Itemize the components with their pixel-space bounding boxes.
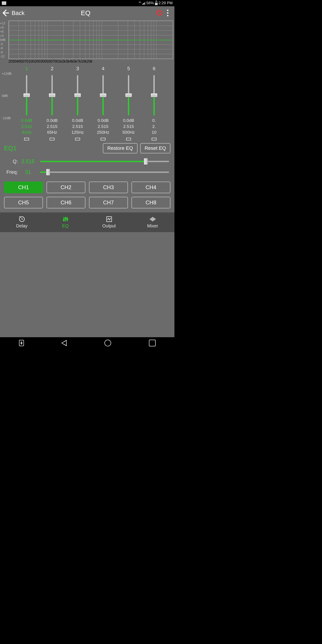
eq-band-3[interactable]: 3 0.0dB2.515125Hz (65, 66, 90, 140)
fader-thumb[interactable] (23, 93, 30, 97)
freq-slider[interactable] (40, 172, 169, 173)
nav-back-icon[interactable] (62, 340, 67, 346)
fader-thumb[interactable] (49, 93, 56, 97)
x-tick: 5k (73, 60, 77, 63)
band-values: 0.0dB2.515125Hz (72, 118, 84, 136)
eq-curve-line (9, 40, 173, 40)
y-tick: +12 (0, 22, 8, 25)
page-title: EQ (16, 9, 156, 17)
band-fader[interactable] (52, 75, 53, 116)
arrow-left-icon (2, 10, 8, 16)
band-number: 4 (102, 66, 104, 72)
power-button[interactable] (156, 9, 163, 17)
y-tick: -6 (0, 46, 8, 50)
topbar: Back EQ (0, 6, 174, 20)
battery-percent: 56% (146, 1, 154, 5)
band-fader[interactable] (102, 75, 104, 116)
android-navbar (0, 337, 174, 349)
tab-output[interactable]: Output (87, 212, 131, 232)
channel-button-ch3[interactable]: CH3 (89, 182, 128, 193)
band-number: 1 (25, 66, 28, 72)
x-tick: 200 (34, 60, 40, 63)
overflow-menu-button[interactable] (163, 8, 172, 18)
channel-button-ch1[interactable]: CH1 (4, 182, 43, 193)
y-tick: +9 (0, 26, 8, 29)
nav-recent-apps-icon[interactable] (19, 340, 24, 346)
fader-thumb[interactable] (100, 93, 106, 97)
q-label: Q: (5, 158, 18, 164)
channel-button-ch5[interactable]: CH5 (4, 197, 43, 208)
dots-icon (167, 10, 168, 11)
q-slider[interactable] (40, 161, 169, 162)
x-tick: 7k (77, 60, 81, 63)
svg-rect-10 (152, 218, 152, 221)
band-fader[interactable] (77, 75, 78, 116)
channel-button-ch6[interactable]: CH6 (46, 197, 86, 208)
nav-overview-icon[interactable] (149, 340, 156, 346)
band-values: 0.0dB2.51531Hz (21, 118, 32, 136)
q-value: 2.515 (20, 158, 36, 164)
band-values: 0.0dB2.515250Hz (97, 118, 109, 136)
svg-rect-13 (154, 218, 155, 220)
eq-band-5[interactable]: 5 0.0dB2.515500Hz (116, 66, 141, 140)
band-type-toggle[interactable] (75, 138, 80, 140)
eq-bands: +12dB 0dB -12dB 1 0.0dB2.51531Hz 2 0.0dB… (0, 64, 174, 140)
network-type: 3G (139, 1, 141, 3)
band-values: 0.0dB2.51565Hz (46, 118, 58, 136)
eq-graph: +12+9+6+30dB-3-6-9-12 (0, 20, 174, 59)
fader-thumb[interactable] (125, 93, 132, 97)
tab-eq[interactable]: EQ (44, 212, 87, 232)
band-type-toggle[interactable] (24, 138, 29, 140)
channel-button-ch4[interactable]: CH4 (132, 182, 170, 193)
channel-grid: CH1CH2CH3CH4CH5CH6CH7CH8 (0, 178, 174, 212)
eq-band-4[interactable]: 4 0.0dB2.515250Hz (90, 66, 116, 140)
svg-rect-4 (63, 220, 64, 221)
eq-band-6[interactable]: 6 0.2.10 (141, 66, 167, 140)
tab-delay[interactable]: Delay (0, 212, 44, 232)
reset-eq-button[interactable]: Reset EQ (140, 143, 170, 154)
battery-icon (155, 1, 158, 5)
band-fader[interactable] (26, 75, 27, 116)
eq-preset-name[interactable]: EQ1 (4, 145, 100, 152)
x-tick: 2k (62, 60, 66, 63)
y-tick: +3 (0, 34, 8, 38)
svg-rect-11 (152, 217, 153, 222)
x-tick: 4k (70, 60, 73, 63)
channel-button-ch7[interactable]: CH7 (89, 197, 128, 208)
band-values: 0.0dB2.515500Hz (122, 118, 135, 136)
tab-mixer[interactable]: Mixer (131, 212, 174, 232)
restore-eq-button[interactable]: Restore EQ (103, 143, 138, 154)
channel-button-ch2[interactable]: CH2 (46, 182, 86, 193)
gallery-icon (2, 1, 6, 5)
fader-mid-label: 0dB (2, 94, 13, 98)
band-fader[interactable] (128, 75, 129, 116)
band-type-toggle[interactable] (152, 138, 156, 140)
band-number: 6 (153, 66, 156, 72)
channel-button-ch8[interactable]: CH8 (132, 197, 170, 208)
freq-label: Freq: (5, 169, 18, 175)
freq-slider-thumb[interactable] (46, 169, 50, 176)
q-slider-thumb[interactable] (144, 158, 148, 165)
x-tick: 3k (66, 60, 70, 63)
band-type-toggle[interactable] (100, 138, 106, 140)
eq-curve-plot[interactable] (8, 20, 173, 59)
freq-value: 31 (20, 169, 36, 175)
band-type-toggle[interactable] (50, 138, 54, 140)
freq-slider-row: Freq: 31 (0, 167, 174, 178)
tab-label: Mixer (147, 224, 158, 228)
band-fader[interactable] (154, 75, 155, 116)
tab-label: Delay (16, 224, 28, 228)
x-tick: 30 (12, 60, 16, 63)
fader-thumb[interactable] (151, 93, 158, 97)
band-number: 2 (51, 66, 54, 72)
status-bar: 3G 56% 2:29 PM (0, 0, 174, 6)
band-type-toggle[interactable] (126, 138, 131, 140)
eq-band-2[interactable]: 2 0.0dB2.51565Hz (39, 66, 65, 140)
y-tick: +6 (0, 30, 8, 33)
nav-home-icon[interactable] (104, 340, 111, 346)
tab-label: Output (102, 224, 116, 228)
fader-thumb[interactable] (74, 93, 81, 97)
x-tick: 100 (28, 60, 34, 63)
eq-band-1[interactable]: 1 0.0dB2.51531Hz (14, 66, 39, 140)
power-icon (156, 9, 163, 16)
